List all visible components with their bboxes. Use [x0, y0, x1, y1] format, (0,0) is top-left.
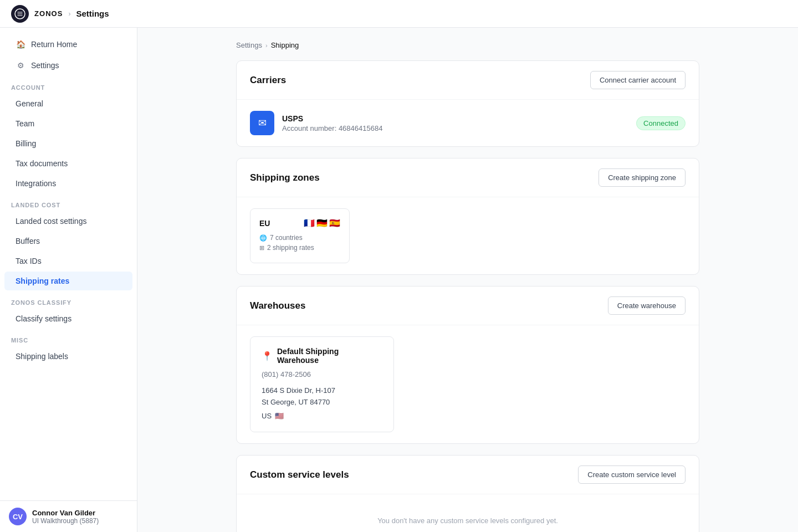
sidebar-settings-label: Settings: [31, 61, 59, 70]
zone-header: EU 🇫🇷 🇩🇪 🇪🇸: [259, 218, 340, 228]
brand-name: ZONOS: [34, 9, 63, 18]
shipping-zones-body: EU 🇫🇷 🇩🇪 🇪🇸 🌐 7 countries: [237, 197, 699, 274]
main-inner: Settings › Shipping Carriers Connect car…: [218, 28, 717, 532]
create-shipping-zone-button[interactable]: Create shipping zone: [598, 168, 686, 187]
sidebar-item-classify-settings[interactable]: Classify settings: [4, 309, 132, 328]
carriers-title: Carriers: [250, 75, 286, 86]
connect-carrier-button[interactable]: Connect carrier account: [590, 71, 686, 89]
carrier-row: ✉ USPS Account number: 46846415684 Conne…: [250, 111, 686, 135]
settings-icon: ⚙: [16, 60, 25, 70]
tax-ids-label: Tax IDs: [16, 257, 42, 265]
breadcrumb: Settings › Shipping: [236, 41, 699, 49]
custom-service-levels-empty: You don't have any custom service levels…: [250, 505, 686, 532]
home-icon: 🏠: [16, 39, 25, 49]
sidebar-item-shipping-labels[interactable]: Shipping labels: [4, 347, 132, 366]
globe-icon: 🌐: [259, 234, 267, 242]
sidebar-item-team[interactable]: Team: [4, 114, 132, 133]
custom-service-levels-body: You don't have any custom service levels…: [237, 494, 699, 532]
create-custom-service-level-button[interactable]: Create custom service level: [578, 466, 686, 484]
flag-1: 🇫🇷: [304, 218, 315, 228]
custom-service-levels-header: Custom service levels Create custom serv…: [237, 456, 699, 494]
topbar-chevron: ›: [68, 10, 70, 18]
sidebar-footer: CV Connor Van Gilder UI Walkthrough (588…: [0, 500, 137, 532]
footer-name: Connor Van Gilder: [32, 509, 99, 517]
sidebar-nav: 🏠 Return Home ⚙ Settings ACCOUNT General…: [0, 28, 137, 500]
shipping-zones-title: Shipping zones: [250, 172, 320, 183]
sidebar-section-classify: ZONOS CLASSIFY: [0, 291, 137, 309]
sidebar-section-misc: MISC: [0, 329, 137, 347]
carrier-name: USPS: [282, 114, 628, 123]
logo-icon: [11, 5, 29, 23]
shipping-zones-section: Shipping zones Create shipping zone EU 🇫…: [236, 158, 699, 275]
zone-card-eu[interactable]: EU 🇫🇷 🇩🇪 🇪🇸 🌐 7 countries: [250, 208, 350, 263]
footer-user-info: Connor Van Gilder UI Walkthrough (5887): [32, 509, 99, 525]
topbar-title: Settings: [76, 9, 109, 18]
warehouses-header: Warehouses Create warehouse: [237, 287, 699, 325]
usps-icon: ✉: [250, 111, 274, 135]
address-line1: 1664 S Dixie Dr, H-107: [262, 385, 382, 397]
custom-service-levels-title: Custom service levels: [250, 469, 349, 480]
carrier-account: Account number: 46846415684: [282, 124, 628, 132]
shipping-rates-label: Shipping rates: [16, 277, 69, 285]
sidebar-item-tax-documents[interactable]: Tax documents: [4, 154, 132, 173]
warehouse-address: 1664 S Dixie Dr, H-107 St George, UT 847…: [262, 385, 382, 422]
billing-label: Billing: [16, 139, 36, 148]
shipping-zones-header: Shipping zones Create shipping zone: [237, 158, 699, 197]
warehouse-country: US 🇺🇸: [262, 411, 382, 422]
warehouse-card[interactable]: 📍 Default Shipping Warehouse (801) 478-2…: [250, 336, 394, 432]
warehouses-title: Warehouses: [250, 300, 305, 311]
sidebar-item-landed-cost-settings[interactable]: Landed cost settings: [4, 212, 132, 231]
sidebar-return-home-label: Return Home: [31, 40, 77, 49]
avatar-initials: CV: [13, 513, 23, 521]
carriers-section: Carriers Connect carrier account ✉ USPS …: [236, 60, 699, 147]
connected-badge: Connected: [636, 116, 686, 130]
zone-rates-count: 2 shipping rates: [267, 244, 314, 252]
warehouses-body: 📍 Default Shipping Warehouse (801) 478-2…: [237, 325, 699, 443]
warehouses-section: Warehouses Create warehouse 📍 Default Sh…: [236, 286, 699, 444]
grid-icon: ⊞: [259, 244, 264, 252]
warehouse-phone: (801) 478-2506: [262, 370, 382, 378]
sidebar-item-integrations[interactable]: Integrations: [4, 174, 132, 193]
footer-subtitle: UI Walkthrough (5887): [32, 517, 99, 525]
sidebar-item-settings[interactable]: ⚙ Settings: [4, 55, 132, 75]
breadcrumb-settings[interactable]: Settings: [236, 41, 262, 49]
landed-cost-settings-label: Landed cost settings: [16, 217, 86, 226]
buffers-label: Buffers: [16, 237, 40, 245]
zone-name: EU: [259, 219, 270, 228]
shipping-labels-label: Shipping labels: [16, 352, 68, 361]
sidebar-section-landed-cost: LANDED COST: [0, 194, 137, 212]
custom-service-levels-section: Custom service levels Create custom serv…: [236, 455, 699, 532]
zone-rates: ⊞ 2 shipping rates: [259, 244, 340, 252]
flag-2: 🇩🇪: [316, 218, 328, 228]
breadcrumb-current: Shipping: [271, 41, 299, 49]
main-content: Settings › Shipping Carriers Connect car…: [137, 28, 798, 532]
create-warehouse-button[interactable]: Create warehouse: [608, 296, 686, 315]
sidebar-section-account: ACCOUNT: [0, 76, 137, 94]
layout: 🏠 Return Home ⚙ Settings ACCOUNT General…: [0, 28, 798, 532]
sidebar-item-billing[interactable]: Billing: [4, 134, 132, 153]
classify-settings-label: Classify settings: [16, 314, 71, 323]
flag-3: 🇪🇸: [329, 218, 340, 228]
zone-countries-count: 7 countries: [270, 234, 303, 242]
carriers-header: Carriers Connect carrier account: [237, 61, 699, 100]
sidebar: 🏠 Return Home ⚙ Settings ACCOUNT General…: [0, 28, 137, 532]
country-code: US: [262, 411, 272, 422]
pin-icon: 📍: [262, 351, 273, 361]
sidebar-item-tax-ids[interactable]: Tax IDs: [4, 252, 132, 270]
carrier-info: USPS Account number: 46846415684: [282, 114, 628, 132]
sidebar-item-return-home[interactable]: 🏠 Return Home: [4, 34, 132, 54]
team-label: Team: [16, 119, 34, 128]
warehouse-name: Default Shipping Warehouse: [277, 347, 382, 365]
avatar: CV: [9, 508, 27, 525]
zone-flags: 🇫🇷 🇩🇪 🇪🇸: [304, 218, 340, 228]
sidebar-item-buffers[interactable]: Buffers: [4, 232, 132, 250]
breadcrumb-chevron: ›: [265, 42, 268, 49]
warehouse-header: 📍 Default Shipping Warehouse: [262, 347, 382, 365]
carriers-body: ✉ USPS Account number: 46846415684 Conne…: [237, 100, 699, 146]
integrations-label: Integrations: [16, 179, 56, 188]
sidebar-item-shipping-rates[interactable]: Shipping rates: [4, 272, 132, 290]
country-flag: 🇺🇸: [275, 411, 284, 422]
sidebar-item-general[interactable]: General: [4, 94, 132, 113]
address-line2: St George, UT 84770: [262, 397, 382, 408]
general-label: General: [16, 99, 43, 108]
